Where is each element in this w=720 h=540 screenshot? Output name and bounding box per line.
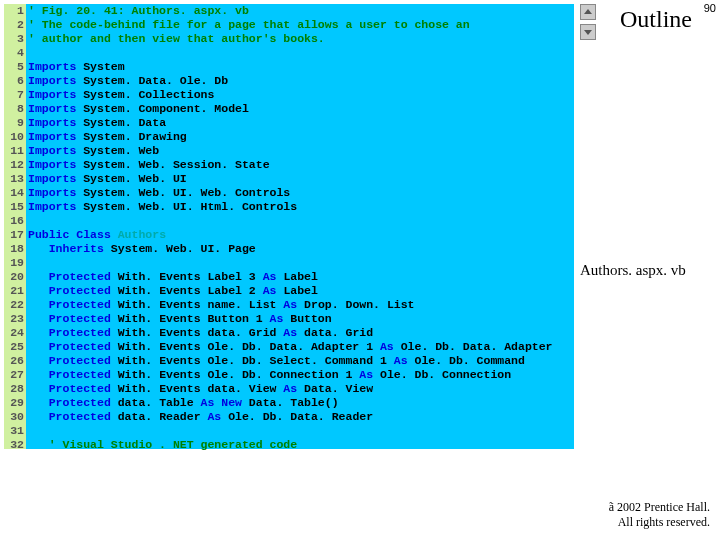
nav-down-button[interactable] [580,24,596,40]
code-line: Protected With. Events Ole. Db. Data. Ad… [28,340,574,354]
line-number: 8 [4,102,24,116]
line-number: 9 [4,116,24,130]
line-number: 22 [4,298,24,312]
line-number: 30 [4,410,24,424]
line-number: 5 [4,60,24,74]
code-line: Protected data. Reader As Ole. Db. Data.… [28,410,574,424]
chevron-down-icon [583,27,593,37]
file-caption: Authors. aspx. vb [580,262,710,279]
code-line: Imports System. Data. Ole. Db [28,74,574,88]
line-number: 3 [4,32,24,46]
code-area: ' Fig. 20. 41: Authors. aspx. vb' The co… [26,4,574,449]
line-number: 6 [4,74,24,88]
code-line: Imports System. Data [28,116,574,130]
line-number: 7 [4,88,24,102]
line-number: 11 [4,144,24,158]
code-line: Protected With. Events data. View As Dat… [28,382,574,396]
line-number: 13 [4,172,24,186]
line-number: 32 [4,438,24,452]
line-number: 21 [4,284,24,298]
line-number: 1 [4,4,24,18]
code-line: Imports System. Web. UI. Html. Controls [28,200,574,214]
line-number: 4 [4,46,24,60]
code-line [28,424,574,438]
code-line: Imports System. Component. Model [28,102,574,116]
line-number: 27 [4,368,24,382]
code-line: Protected With. Events Button 1 As Butto… [28,312,574,326]
line-number: 12 [4,158,24,172]
line-number: 24 [4,326,24,340]
copyright-footer: ã 2002 Prentice Hall. All rights reserve… [609,500,710,530]
code-line: Protected With. Events name. List As Dro… [28,298,574,312]
code-line: ' Fig. 20. 41: Authors. aspx. vb [28,4,574,18]
line-number: 25 [4,340,24,354]
line-number: 19 [4,256,24,270]
code-line: Protected With. Events Label 2 As Label [28,284,574,298]
line-number: 23 [4,312,24,326]
code-line: Imports System [28,60,574,74]
code-line: ' author and then view that author's boo… [28,32,574,46]
code-line: Imports System. Drawing [28,130,574,144]
line-number: 18 [4,242,24,256]
code-line: Protected data. Table As New Data. Table… [28,396,574,410]
code-line: Public Class Authors [28,228,574,242]
code-line: Imports System. Web [28,144,574,158]
code-line [28,46,574,60]
chevron-up-icon [583,7,593,17]
code-line: Protected With. Events data. Grid As dat… [28,326,574,340]
line-number: 28 [4,382,24,396]
code-line: Protected With. Events Label 3 As Label [28,270,574,284]
code-line: Inherits System. Web. UI. Page [28,242,574,256]
line-number-gutter: 1234567891011121314151617181920212223242… [4,4,26,449]
copyright-line-1: ã 2002 Prentice Hall. [609,500,710,515]
code-line: Protected With. Events Ole. Db. Select. … [28,354,574,368]
code-line [28,214,574,228]
line-number: 26 [4,354,24,368]
code-line: Imports System. Web. UI [28,172,574,186]
line-number: 15 [4,200,24,214]
line-number: 17 [4,228,24,242]
code-line: ' Visual Studio . NET generated code [28,438,574,452]
copyright-line-2: All rights reserved. [609,515,710,530]
code-line: Imports System. Web. Session. State [28,158,574,172]
line-number: 31 [4,424,24,438]
code-line: Imports System. Collections [28,88,574,102]
code-panel: 1234567891011121314151617181920212223242… [4,4,574,449]
line-number: 20 [4,270,24,284]
nav-up-button[interactable] [580,4,596,20]
code-line: ' The code-behind file for a page that a… [28,18,574,32]
code-line [28,256,574,270]
line-number: 29 [4,396,24,410]
code-line: Protected With. Events Ole. Db. Connecti… [28,368,574,382]
code-line: Imports System. Web. UI. Web. Controls [28,186,574,200]
outline-heading: Outline [620,6,692,33]
line-number: 14 [4,186,24,200]
slide-number: 90 [704,2,716,14]
line-number: 2 [4,18,24,32]
line-number: 16 [4,214,24,228]
right-area: Outline 90 Authors. aspx. vb [580,0,720,540]
line-number: 10 [4,130,24,144]
